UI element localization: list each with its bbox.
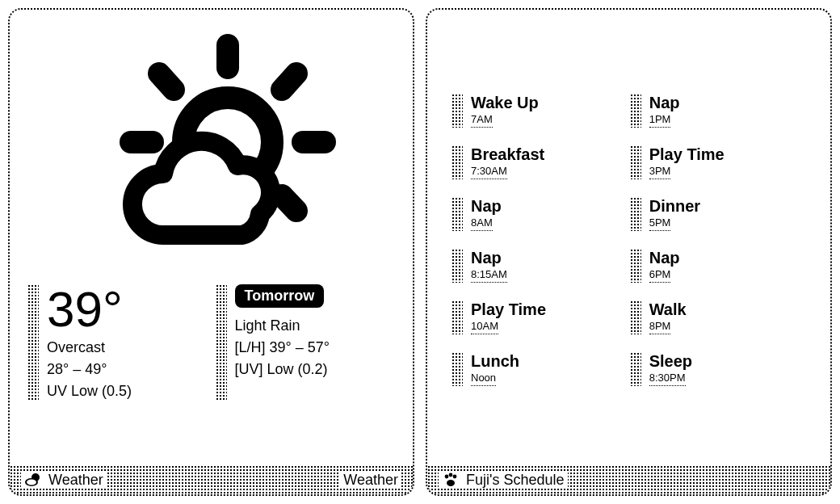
- schedule-item-label: Nap: [649, 249, 680, 267]
- schedule-item: Nap6PM: [630, 249, 800, 283]
- weather-footer-label: Weather: [48, 472, 103, 489]
- schedule-panel-footer: Fuji's Schedule: [427, 465, 830, 494]
- today-temperature: 39°: [47, 284, 208, 334]
- svg-point-10: [445, 475, 449, 479]
- schedule-item-label: Play Time: [471, 300, 546, 318]
- weather-tomorrow: Tomorrow Light Rain [L/H] 39° – 57° [UV]…: [216, 284, 396, 400]
- svg-line-3: [282, 195, 296, 211]
- schedule-item-label: Lunch: [471, 352, 519, 370]
- schedule-item-time: 3PM: [649, 165, 671, 179]
- schedule-item: Wake Up7AM: [452, 94, 622, 128]
- weather-panel: 39° Overcast 28° – 49° UV Low (0.5) Tomo…: [8, 8, 414, 496]
- schedule-item-marker: [630, 197, 641, 231]
- metric-marker: [216, 284, 227, 400]
- svg-line-4: [159, 74, 174, 90]
- schedule-item: Play Time3PM: [630, 145, 800, 179]
- schedule-item-marker: [452, 249, 463, 283]
- schedule-item-marker: [452, 197, 463, 231]
- schedule-item-time: 8:15AM: [471, 268, 507, 283]
- schedule-item-marker: [630, 145, 641, 179]
- schedule-item-marker: [452, 300, 463, 334]
- weather-today: 39° Overcast 28° – 49° UV Low (0.5): [27, 284, 208, 400]
- schedule-item: Nap8:15AM: [452, 249, 622, 283]
- schedule-panel: Wake Up7AMBreakfast7:30AMNap8AMNap8:15AM…: [426, 8, 832, 496]
- tomorrow-uv: [UV] Low (0.2): [235, 361, 396, 378]
- schedule-item-time: 5PM: [649, 216, 671, 231]
- schedule-item-time: Noon: [471, 372, 496, 386]
- schedule-item-label: Dinner: [649, 197, 700, 215]
- schedule-item-label: Nap: [471, 197, 502, 215]
- schedule-item-time: 1PM: [649, 113, 671, 128]
- schedule-item: Dinner5PM: [630, 197, 800, 231]
- schedule-item-marker: [452, 94, 463, 128]
- schedule-grid: Wake Up7AMBreakfast7:30AMNap8AMNap8:15AM…: [452, 94, 806, 404]
- schedule-item-time: 8PM: [649, 320, 671, 334]
- schedule-item-label: Walk: [649, 300, 687, 318]
- schedule-item-label: Nap: [649, 94, 680, 111]
- schedule-item-marker: [630, 249, 641, 283]
- schedule-item: Sleep8:30PM: [630, 352, 800, 386]
- schedule-item-time: 8:30PM: [649, 372, 686, 386]
- metric-marker: [27, 284, 39, 400]
- schedule-item-marker: [630, 352, 641, 386]
- schedule-item-time: 8AM: [471, 216, 493, 231]
- svg-line-1: [282, 74, 296, 90]
- tomorrow-range: [L/H] 39° – 57°: [235, 339, 396, 356]
- svg-point-12: [453, 475, 457, 479]
- schedule-item: Walk8PM: [630, 300, 800, 334]
- svg-point-13: [447, 480, 455, 486]
- schedule-item-label: Breakfast: [471, 145, 544, 163]
- schedule-item: Breakfast7:30AM: [452, 145, 622, 179]
- schedule-item-label: Nap: [471, 249, 507, 267]
- schedule-item-marker: [630, 94, 641, 128]
- schedule-item-time: 7:30AM: [471, 165, 507, 179]
- svg-point-11: [449, 473, 453, 477]
- tomorrow-condition: Light Rain: [235, 317, 396, 334]
- paw-icon: [442, 471, 460, 489]
- weather-footer-right: Weather: [340, 472, 401, 489]
- schedule-item-time: 6PM: [649, 268, 671, 283]
- schedule-item-label: Play Time: [649, 145, 724, 163]
- schedule-item-marker: [630, 300, 641, 334]
- schedule-item: LunchNoon: [452, 352, 622, 386]
- weather-panel-footer: Weather Weather: [10, 465, 413, 494]
- schedule-item: Nap1PM: [630, 94, 800, 128]
- schedule-item: Nap8AM: [452, 197, 622, 231]
- today-uv: UV Low (0.5): [47, 383, 208, 400]
- schedule-item-marker: [452, 145, 463, 179]
- today-range: 28° – 49°: [47, 361, 208, 378]
- today-condition: Overcast: [47, 339, 208, 356]
- schedule-item-label: Sleep: [649, 352, 692, 370]
- schedule-footer-label: Fuji's Schedule: [466, 472, 565, 489]
- schedule-item: Play Time10AM: [452, 300, 622, 334]
- schedule-item-label: Wake Up: [471, 94, 539, 111]
- schedule-item-marker: [452, 352, 463, 386]
- partly-cloudy-icon: [24, 471, 42, 489]
- weather-condition-icon: [27, 29, 395, 263]
- schedule-item-time: 10AM: [471, 320, 498, 334]
- tomorrow-pill: Tomorrow: [235, 284, 325, 308]
- svg-point-9: [27, 480, 36, 485]
- schedule-item-time: 7AM: [471, 113, 493, 128]
